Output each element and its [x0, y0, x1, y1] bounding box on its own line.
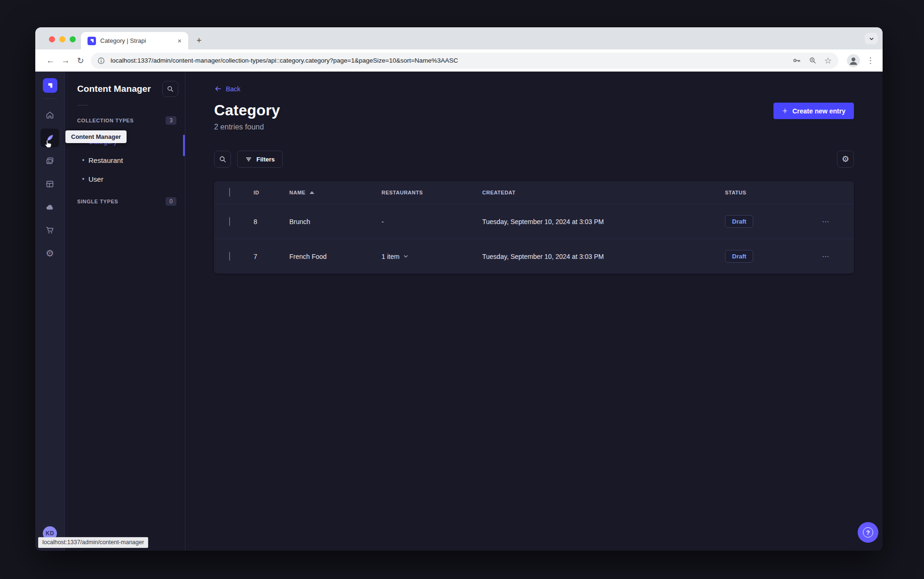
new-tab-button[interactable]: + [192, 34, 206, 47]
main-nav-rail: ⚙ KD [35, 72, 65, 551]
subnav-search-button[interactable] [162, 81, 178, 97]
col-header-id[interactable]: ID [254, 190, 289, 195]
gear-icon: ⚙ [842, 155, 849, 163]
browser-toolbar: ← → ↻ localhost:1337/admin/content-manag… [35, 49, 883, 72]
select-all-checkbox[interactable] [229, 188, 230, 197]
nav-home-button[interactable] [40, 105, 59, 124]
table-settings-button[interactable]: ⚙ [837, 151, 854, 168]
status-badge: Draft [725, 250, 753, 263]
help-button[interactable]: ? [858, 522, 878, 543]
link-preview-statusbar: localhost:1337/admin/content-manager [38, 537, 148, 548]
browser-tab[interactable]: Category | Strapi × [81, 32, 188, 49]
close-window-button[interactable] [49, 36, 55, 42]
col-header-createdat[interactable]: CREATEDAT [482, 190, 725, 195]
nav-settings-button[interactable]: ⚙ [40, 244, 59, 263]
cell-createdat: Tuesday, September 10, 2024 at 3:03 PM [482, 253, 725, 260]
minimize-window-button[interactable] [59, 36, 65, 42]
col-header-restaurants[interactable]: RESTAURANTS [382, 190, 482, 195]
zoom-page-icon[interactable] [809, 56, 817, 64]
sort-ascending-icon [310, 191, 314, 194]
content-manager-subnav: Content Manager COLLECTION TYPES 3 Categ… [65, 72, 185, 551]
settings-gear-icon: ⚙ [46, 249, 54, 258]
single-types-label: SINGLE TYPES [77, 199, 118, 204]
subnav-title: Content Manager [77, 84, 151, 94]
url-text[interactable]: localhost:1337/admin/content-manager/col… [111, 57, 787, 64]
col-header-name[interactable]: NAME [289, 190, 382, 195]
cell-restaurants: - [382, 218, 482, 225]
row-checkbox[interactable] [229, 252, 230, 261]
bookmark-star-icon[interactable]: ☆ [824, 56, 832, 66]
row-menu-button[interactable]: ⋯ [822, 252, 829, 261]
filter-icon [245, 156, 252, 163]
browser-window: Category | Strapi × + ← → ↻ localhost:13… [35, 27, 883, 551]
tab-close-icon[interactable]: × [175, 37, 183, 45]
entries-count: 2 entries found [214, 123, 280, 131]
subnav-divider [77, 105, 88, 105]
status-badge: Draft [725, 215, 753, 228]
cell-id: 7 [254, 253, 289, 260]
cell-createdat: Tuesday, September 10, 2024 at 3:03 PM [482, 218, 725, 225]
sidebar-item-restaurant[interactable]: Restaurant [65, 151, 185, 169]
active-item-indicator [183, 135, 185, 156]
cell-name: Brunch [289, 218, 382, 225]
table-row[interactable]: 8 Brunch - Tuesday, September 10, 2024 a… [214, 204, 854, 239]
main-content: Back Category 2 entries found Create new… [185, 72, 883, 551]
sidebar-item-user[interactable]: User [65, 169, 185, 188]
filters-button[interactable]: Filters [237, 151, 283, 168]
strapi-favicon-icon [88, 37, 96, 45]
table-row[interactable]: 7 French Food 1 item Tuesday, September … [214, 239, 854, 273]
nav-content-type-builder-button[interactable] [40, 175, 59, 193]
browser-forward-button[interactable]: → [58, 53, 73, 68]
back-link[interactable]: Back [214, 85, 240, 93]
relation-dropdown[interactable]: 1 item [382, 253, 408, 260]
traffic-lights [49, 36, 76, 42]
strapi-logo-icon[interactable] [43, 78, 57, 93]
strapi-app: ⚙ KD Content Manager COLLECTION TYPES 3 [35, 72, 883, 551]
nav-content-manager-button[interactable] [40, 129, 59, 147]
nav-media-library-button[interactable] [40, 152, 59, 170]
page-info-icon[interactable] [97, 57, 105, 64]
cell-id: 8 [254, 218, 289, 225]
table-header-row: ID NAME RESTAURANTS CREATEDAT STATUS [214, 181, 854, 204]
browser-reload-button[interactable]: ↻ [73, 53, 88, 68]
nav-marketplace-button[interactable] [40, 221, 59, 240]
page-header: Category 2 entries found [214, 102, 280, 131]
password-manager-key-icon[interactable] [792, 56, 801, 65]
entries-table: ID NAME RESTAURANTS CREATEDAT STATUS 8 B… [214, 181, 854, 273]
bullet-icon [82, 159, 84, 161]
table-search-button[interactable] [214, 151, 231, 168]
browser-menu-icon[interactable]: ⋮ [864, 56, 877, 65]
browser-profile-avatar[interactable] [847, 54, 860, 67]
row-checkbox[interactable] [229, 217, 230, 226]
content-manager-tooltip: Content Manager [65, 130, 127, 143]
browser-back-button[interactable]: ← [43, 53, 58, 68]
question-mark-icon: ? [863, 527, 873, 538]
chevron-down-icon [403, 254, 408, 259]
nav-divider [43, 98, 57, 99]
row-menu-button[interactable]: ⋯ [822, 217, 829, 226]
collection-types-label: COLLECTION TYPES [77, 118, 134, 123]
tab-search-chevron-icon[interactable] [865, 33, 878, 44]
tab-strip: Category | Strapi × + [35, 27, 883, 49]
create-new-entry-button[interactable]: Create new entry [773, 103, 854, 119]
page-title: Category [214, 102, 280, 119]
bullet-icon [82, 178, 84, 180]
zoom-window-button[interactable] [70, 36, 76, 42]
nav-cloud-button[interactable] [40, 198, 59, 217]
collection-types-count-badge: 3 [166, 116, 176, 125]
col-header-status[interactable]: STATUS [725, 190, 817, 195]
single-types-count-badge: 0 [166, 197, 176, 206]
cell-name: French Food [289, 253, 382, 260]
tab-title: Category | Strapi [100, 37, 175, 44]
address-bar[interactable]: localhost:1337/admin/content-manager/col… [91, 53, 838, 69]
